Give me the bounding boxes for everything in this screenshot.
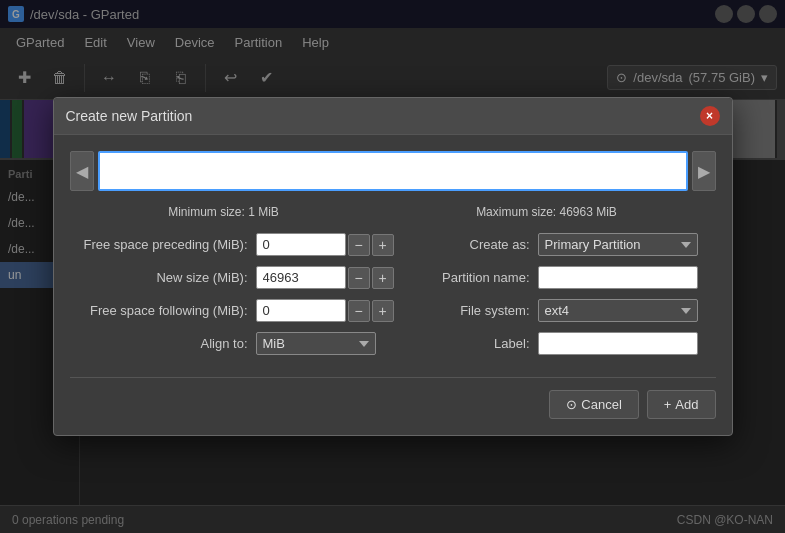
free-preceding-label: Free space preceding (MiB): <box>78 237 248 252</box>
partition-visual-left-arrow[interactable]: ◀ <box>70 151 94 191</box>
partition-visual: ◀ ▶ <box>70 151 716 191</box>
create-as-row: Create as: Primary Partition Extended Pa… <box>410 233 708 256</box>
form-right: Create as: Primary Partition Extended Pa… <box>402 233 716 365</box>
free-preceding-increment[interactable]: + <box>372 234 394 256</box>
add-label: Add <box>675 397 698 412</box>
dialog-close-button[interactable]: × <box>700 106 720 126</box>
new-size-input[interactable] <box>256 266 346 289</box>
new-size-decrement[interactable]: − <box>348 267 370 289</box>
partition-name-row: Partition name: <box>410 266 708 289</box>
create-as-label: Create as: <box>410 237 530 252</box>
label-label: Label: <box>410 336 530 351</box>
cancel-icon: ⊙ <box>566 397 577 412</box>
label-row: Label: <box>410 332 708 355</box>
label-input[interactable] <box>538 332 698 355</box>
dialog-overlay: Create new Partition × ◀ ▶ Minimum size:… <box>0 0 785 533</box>
file-system-label: File system: <box>410 303 530 318</box>
new-size-increment[interactable]: + <box>372 267 394 289</box>
dialog-footer: ⊙ Cancel + Add <box>70 377 716 419</box>
max-size-info: Maximum size: 46963 MiB <box>476 205 617 219</box>
form-grid: Free space preceding (MiB): − + New size… <box>70 233 716 365</box>
add-icon: + <box>664 397 672 412</box>
free-following-row: Free space following (MiB): − + <box>78 299 394 322</box>
partition-visual-bar <box>98 151 688 191</box>
form-left: Free space preceding (MiB): − + New size… <box>70 233 402 365</box>
free-following-increment[interactable]: + <box>372 300 394 322</box>
align-to-row: Align to: MiB Cylinder None <box>78 332 394 355</box>
new-size-row: New size (MiB): − + <box>78 266 394 289</box>
free-preceding-input-group: − + <box>256 233 394 256</box>
file-system-select[interactable]: ext4 ext3 ext2 fat32 ntfs btrfs xfs <box>538 299 698 322</box>
new-size-label: New size (MiB): <box>78 270 248 285</box>
new-size-input-group: − + <box>256 266 394 289</box>
free-following-decrement[interactable]: − <box>348 300 370 322</box>
free-following-input-group: − + <box>256 299 394 322</box>
cancel-label: Cancel <box>581 397 621 412</box>
free-preceding-input[interactable] <box>256 233 346 256</box>
min-size-info: Minimum size: 1 MiB <box>168 205 279 219</box>
dialog-body: ◀ ▶ Minimum size: 1 MiB Maximum size: 46… <box>54 135 732 435</box>
align-to-label: Align to: <box>78 336 248 351</box>
partition-name-label: Partition name: <box>410 270 530 285</box>
partition-name-input[interactable] <box>538 266 698 289</box>
dialog-title: Create new Partition <box>66 108 193 124</box>
free-following-label: Free space following (MiB): <box>78 303 248 318</box>
file-system-row: File system: ext4 ext3 ext2 fat32 ntfs b… <box>410 299 708 322</box>
free-following-input[interactable] <box>256 299 346 322</box>
dialog-title-bar: Create new Partition × <box>54 98 732 135</box>
create-as-select[interactable]: Primary Partition Extended Partition Log… <box>538 233 698 256</box>
add-button[interactable]: + Add <box>647 390 716 419</box>
align-to-select[interactable]: MiB Cylinder None <box>256 332 376 355</box>
create-partition-dialog: Create new Partition × ◀ ▶ Minimum size:… <box>53 97 733 436</box>
size-info: Minimum size: 1 MiB Maximum size: 46963 … <box>70 205 716 219</box>
partition-visual-right-arrow[interactable]: ▶ <box>692 151 716 191</box>
cancel-button[interactable]: ⊙ Cancel <box>549 390 638 419</box>
free-preceding-row: Free space preceding (MiB): − + <box>78 233 394 256</box>
free-preceding-decrement[interactable]: − <box>348 234 370 256</box>
